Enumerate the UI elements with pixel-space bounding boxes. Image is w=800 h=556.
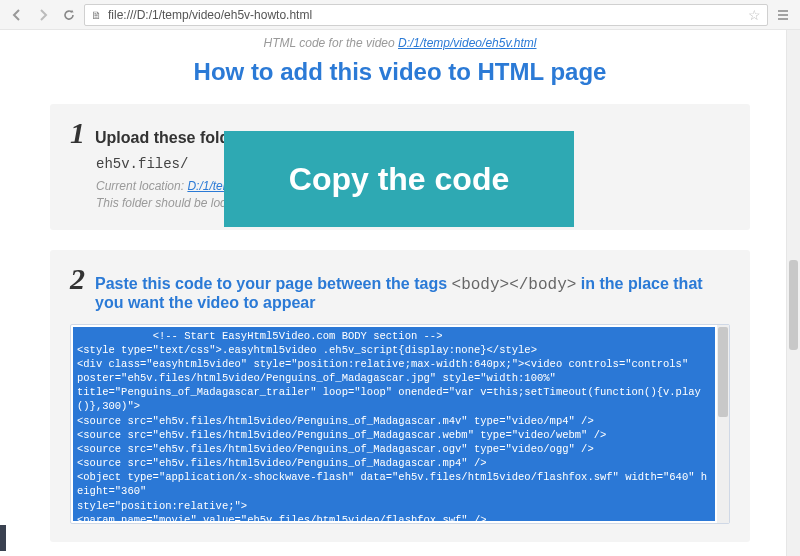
step-2-title-tags: <body></body> xyxy=(452,276,577,294)
back-button[interactable] xyxy=(6,4,28,26)
code-scrollbar-thumb[interactable] xyxy=(718,327,728,417)
step-1-location-label: Current location: xyxy=(96,179,187,193)
edge-artifact xyxy=(0,525,6,551)
url-text: file:///D:/1/temp/video/eh5v-howto.html xyxy=(108,8,742,22)
menu-button[interactable] xyxy=(772,4,794,26)
step-2-title: Paste this code to your page between the… xyxy=(95,275,730,312)
step-2-number: 2 xyxy=(70,264,85,294)
browser-toolbar: 🗎 file:///D:/1/temp/video/eh5v-howto.htm… xyxy=(0,0,800,30)
code-content: <!-- Start EasyHtml5Video.com BODY secti… xyxy=(73,327,715,521)
bookmark-star-icon[interactable]: ☆ xyxy=(748,7,761,23)
code-textarea[interactable]: <!-- Start EasyHtml5Video.com BODY secti… xyxy=(70,324,730,524)
top-caption-text: HTML code for the video xyxy=(263,36,398,50)
top-caption: HTML code for the video D:/1/temp/video/… xyxy=(50,36,750,50)
top-caption-link[interactable]: D:/1/temp/video/eh5v.html xyxy=(398,36,537,50)
copy-code-overlay-text: Copy the code xyxy=(289,161,509,198)
viewport: HTML code for the video D:/1/temp/video/… xyxy=(0,30,800,556)
copy-code-overlay: Copy the code xyxy=(224,131,574,227)
file-icon: 🗎 xyxy=(91,9,102,21)
reload-button[interactable] xyxy=(58,4,80,26)
page-title: How to add this video to HTML page xyxy=(50,58,750,86)
step-1-number: 1 xyxy=(70,118,85,148)
page-content: HTML code for the video D:/1/temp/video/… xyxy=(0,30,800,556)
code-scrollbar[interactable] xyxy=(717,325,729,523)
address-bar[interactable]: 🗎 file:///D:/1/temp/video/eh5v-howto.htm… xyxy=(84,4,768,26)
step-2-title-a: Paste this code to your page between the… xyxy=(95,275,452,292)
step-2-card: 2 Paste this code to your page between t… xyxy=(50,250,750,542)
page-scrollbar-thumb[interactable] xyxy=(789,260,798,350)
page-scrollbar[interactable] xyxy=(786,30,800,556)
forward-button[interactable] xyxy=(32,4,54,26)
